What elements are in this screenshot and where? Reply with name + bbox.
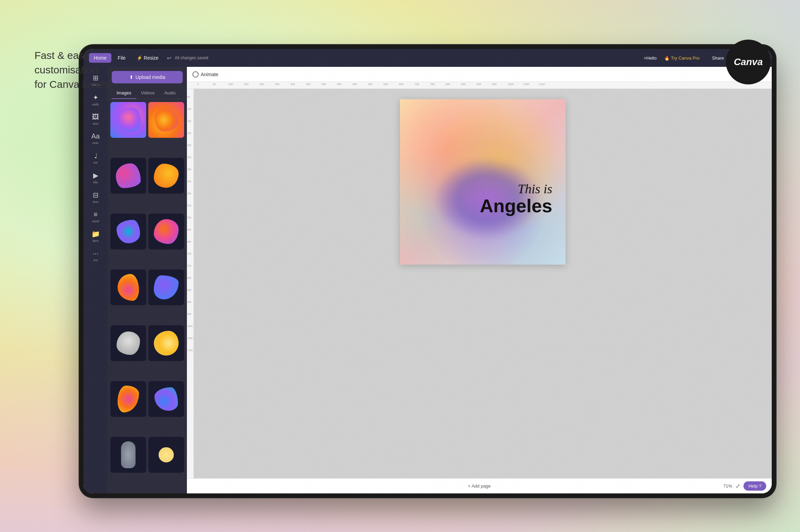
blob-12	[148, 381, 184, 417]
blob-4	[148, 158, 184, 194]
media-tabs: Images Videos Audio	[108, 88, 187, 99]
sidebar-item-elements[interactable]: ✦ eads	[85, 91, 106, 109]
expand-icon[interactable]: ⤢	[736, 483, 740, 489]
media-item-10[interactable]	[148, 325, 184, 361]
canvas-scroll-area[interactable]: This is Angeles	[194, 89, 772, 478]
upload-media-label: Upload media	[136, 74, 165, 80]
sidebar-item-audio[interactable]: ♩ ext	[85, 149, 106, 167]
canvas-area: Animate ⬜ ⧉ ⤴ 0 50 100 150 200	[187, 67, 772, 493]
tagline-line1: Fast & easy	[34, 48, 110, 63]
video-icon: ▶	[93, 171, 98, 180]
canvas-workspace: 50 100 150 200 250 300 350 400 450 500 5…	[187, 89, 772, 478]
add-page-button[interactable]: + Add page	[468, 483, 491, 489]
photos-label: otos	[92, 122, 98, 125]
ruler-850: 850	[461, 83, 477, 86]
video-label: idio	[93, 181, 98, 184]
elements-icon: ✦	[93, 93, 99, 102]
blob-3	[110, 158, 146, 194]
blob-8	[148, 269, 184, 305]
folders-icon: 📁	[91, 230, 100, 238]
blob-5	[110, 214, 146, 249]
main-content: ⊞ plates ✦ eads 🖼 otos Aa ents ♩ ext	[83, 67, 772, 493]
media-item-12[interactable]	[148, 381, 184, 417]
sidebar-item-video[interactable]: ▶ idio	[85, 168, 106, 187]
nav-file[interactable]: File	[113, 53, 130, 63]
media-item-11[interactable]	[110, 381, 146, 417]
blob-13	[110, 437, 146, 473]
ruler-500: 500	[352, 83, 368, 86]
more-label: ore	[93, 258, 98, 262]
canvas-toolbar: Animate ⬜ ⧉ ⤴	[187, 67, 772, 82]
ruler-250: 250	[275, 83, 290, 86]
sidebar-item-sound[interactable]: ≡ ound	[85, 208, 106, 226]
ruler-150: 150	[244, 83, 259, 86]
blob-10	[148, 325, 184, 361]
audio-label: ext	[93, 161, 98, 164]
nav-resize[interactable]: ⚡ Resize	[132, 53, 163, 63]
nav-undo-icon[interactable]: ↩	[165, 55, 173, 61]
animate-button[interactable]: Animate	[192, 71, 218, 78]
ruler-400: 400	[321, 83, 337, 86]
ruler-900: 900	[477, 83, 492, 86]
ruler-550: 550	[368, 83, 383, 86]
sidebar-item-folders[interactable]: 📁 ders	[85, 227, 106, 245]
blob-6	[148, 214, 184, 249]
media-item-5[interactable]	[110, 214, 146, 249]
blob-2	[148, 102, 184, 138]
vertical-ruler: 50 100 150 200 250 300 350 400 450 500 5…	[187, 89, 194, 478]
design-canvas[interactable]: This is Angeles	[400, 99, 566, 265]
canvas-title-bold: Angeles	[480, 196, 552, 215]
upload-icon: ⬆	[129, 74, 133, 80]
audio-icon: ♩	[94, 152, 97, 160]
blob-7	[110, 269, 146, 305]
tab-audio[interactable]: Audio	[159, 88, 180, 99]
media-item-6[interactable]	[148, 214, 184, 249]
ruler-1050: 1050	[523, 83, 539, 86]
sidebar-item-photos[interactable]: 🖼 otos	[85, 110, 106, 128]
media-item-8[interactable]	[148, 269, 184, 305]
sidebar-item-text[interactable]: Aa ents	[85, 130, 106, 147]
media-grid	[108, 99, 187, 493]
canvas-bottom-bar: + Add page 71% ⤢ Help ?	[187, 478, 772, 493]
text-icon: Aa	[91, 132, 100, 140]
ruler-650: 650	[399, 83, 414, 86]
photos-icon: 🖼	[92, 113, 99, 121]
media-item-1[interactable]	[110, 102, 146, 138]
media-item-7[interactable]	[110, 269, 146, 305]
blob-14	[148, 437, 184, 473]
animate-label: Animate	[201, 72, 218, 77]
media-item-14[interactable]	[148, 437, 184, 473]
tablet-screen: Home File ⚡ Resize ↩ All changes saved <…	[83, 49, 772, 493]
animate-icon	[192, 71, 199, 78]
canva-logo-text: Canva	[734, 57, 763, 68]
canva-logo-badge[interactable]: Canva	[726, 40, 771, 84]
sidebar-item-layers[interactable]: ⊟ leos	[85, 188, 106, 206]
tagline: Fast & easy customisation for Canva love…	[34, 48, 110, 92]
upload-media-button[interactable]: ⬆ Upload media	[112, 71, 183, 83]
media-item-2[interactable]	[148, 102, 184, 138]
sound-label: ound	[92, 219, 99, 223]
sidebar-item-more[interactable]: ··· ore	[85, 247, 106, 265]
help-button[interactable]: Help ?	[743, 481, 766, 491]
ruler-600: 600	[383, 83, 399, 86]
tagline-line3: for Canva lovers	[34, 77, 110, 92]
blob-9	[110, 325, 146, 361]
nav-try-pro[interactable]: 🔥 Try Canva Pro	[659, 53, 704, 63]
blob-11	[110, 381, 146, 417]
sidebar-icons: ⊞ plates ✦ eads 🖼 otos Aa ents ♩ ext	[83, 67, 108, 493]
zoom-level: 71%	[723, 483, 732, 489]
ruler-700: 700	[414, 83, 430, 86]
sound-icon: ≡	[93, 211, 98, 218]
media-item-9[interactable]	[110, 325, 146, 361]
media-item-13[interactable]	[110, 437, 146, 473]
media-item-4[interactable]	[148, 158, 184, 194]
folders-label: ders	[92, 239, 99, 243]
nav-hello: <Hello	[644, 55, 657, 61]
media-panel: ⬆ Upload media Images Videos Audio	[108, 67, 187, 493]
ruler-300: 300	[290, 83, 306, 86]
tab-videos[interactable]: Videos	[136, 88, 160, 99]
canvas-text-area: This is Angeles	[480, 182, 552, 215]
media-item-3[interactable]	[110, 158, 146, 194]
ruler-800: 800	[446, 83, 461, 86]
tab-images[interactable]: Images	[112, 88, 136, 99]
